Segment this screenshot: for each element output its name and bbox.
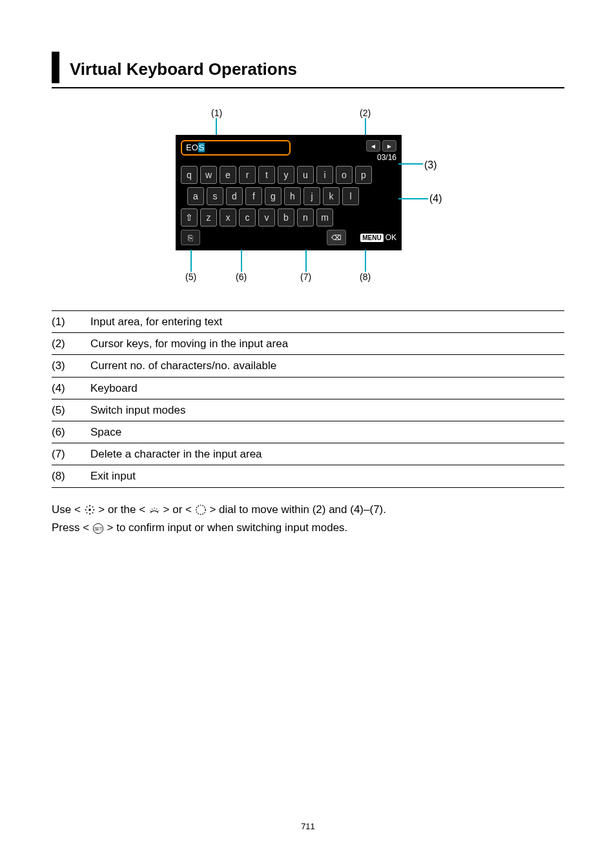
- table-row: (3)Current no. of characters/no. availab…: [52, 355, 564, 377]
- multi-controller-icon: [84, 504, 96, 516]
- keyboard-bottom-row: ⎘ ⌫ MENU OK: [181, 230, 396, 245]
- callout-6-leader: [241, 250, 242, 272]
- key-shift[interactable]: ⇧: [181, 208, 198, 227]
- key-u[interactable]: u: [297, 166, 314, 184]
- arrow-right-icon: ►: [386, 143, 393, 150]
- callout-7-leader: [305, 250, 307, 272]
- svg-point-4: [93, 509, 94, 510]
- svg-line-10: [152, 509, 152, 510]
- legend-text: Cursor keys, for moving in the input are…: [90, 333, 564, 355]
- svg-point-8: [92, 512, 93, 514]
- set-button-icon: SET: [92, 523, 104, 534]
- svg-point-2: [89, 513, 90, 514]
- key-y[interactable]: y: [278, 166, 294, 184]
- table-row: (2)Cursor keys, for moving in the input …: [52, 333, 564, 355]
- key-j[interactable]: j: [303, 187, 320, 205]
- key-f[interactable]: f: [245, 187, 262, 205]
- legend-num: (2): [52, 333, 90, 355]
- switch-mode-button[interactable]: ⎘: [181, 230, 200, 245]
- virtual-keyboard-diagram: (1) (2) EOS ◄ ► 03/16 q: [153, 108, 463, 295]
- key-e[interactable]: e: [220, 166, 236, 184]
- callout-8-leader: [365, 250, 366, 272]
- key-x[interactable]: x: [220, 208, 236, 227]
- callout-1-label: (1): [211, 108, 222, 118]
- svg-point-5: [86, 507, 87, 508]
- legend-num: (1): [52, 311, 90, 333]
- svg-point-1: [89, 505, 90, 507]
- quick-dial-icon: [195, 504, 207, 516]
- callout-6-label: (6): [236, 272, 247, 282]
- key-n[interactable]: n: [297, 208, 314, 227]
- ok-label: OK: [385, 233, 396, 242]
- key-l[interactable]: l: [342, 187, 359, 205]
- table-row: (6)Space: [52, 421, 564, 443]
- callout-3-leader: [398, 163, 423, 165]
- key-b[interactable]: b: [278, 208, 294, 227]
- legend-text: Delete a character in the input area: [90, 443, 564, 465]
- char-count: 03/16: [366, 153, 396, 162]
- key-o[interactable]: o: [336, 166, 353, 184]
- legend-text: Input area, for entering text: [90, 311, 564, 333]
- key-v[interactable]: v: [258, 208, 275, 227]
- main-dial-icon: [149, 504, 160, 516]
- key-d[interactable]: d: [226, 187, 243, 205]
- backspace-icon: ⌫: [331, 234, 342, 242]
- key-z[interactable]: z: [200, 208, 217, 227]
- legend-table: (1)Input area, for entering text (2)Curs…: [52, 310, 564, 488]
- legend-text: Current no. of characters/no. available: [90, 355, 564, 377]
- key-k[interactable]: k: [323, 187, 340, 205]
- callout-8-label: (8): [360, 272, 371, 282]
- callout-5-label: (5): [185, 272, 196, 282]
- legend-text: Exit input: [90, 465, 564, 487]
- legend-num: (8): [52, 465, 90, 487]
- legend-text: Switch input modes: [90, 399, 564, 421]
- svg-line-12: [156, 509, 157, 510]
- exit-input-control[interactable]: MENU OK: [360, 233, 396, 242]
- arrow-left-icon: ◄: [370, 143, 376, 150]
- diagram-wrapper: (1) (2) EOS ◄ ► 03/16 q: [52, 108, 564, 295]
- key-m[interactable]: m: [316, 208, 333, 227]
- callout-7-label: (7): [300, 272, 311, 282]
- key-h[interactable]: h: [284, 187, 301, 205]
- legend-text: Keyboard: [90, 377, 564, 399]
- svg-point-6: [92, 507, 93, 508]
- callout-2-leader: [365, 118, 366, 135]
- input-text: EO: [186, 143, 198, 152]
- svg-line-9: [150, 510, 151, 512]
- key-a[interactable]: a: [187, 187, 204, 205]
- key-i[interactable]: i: [316, 166, 333, 184]
- instruction-line-1: Use < > or the < > or < > dial to move w…: [52, 501, 564, 520]
- key-c[interactable]: c: [239, 208, 256, 227]
- page-title: Virtual Keyboard Operations: [70, 52, 297, 83]
- key-w[interactable]: w: [200, 166, 217, 184]
- key-r[interactable]: r: [239, 166, 256, 184]
- key-s[interactable]: s: [207, 187, 223, 205]
- cursor-left-button[interactable]: ◄: [366, 140, 380, 152]
- svg-point-3: [85, 509, 86, 510]
- keyboard-row-2: a s d f g h j k l: [181, 187, 396, 205]
- callout-5-leader: [190, 250, 192, 272]
- table-row: (4)Keyboard: [52, 377, 564, 399]
- keyboard-row-1: q w e r t y u i o p: [181, 166, 396, 184]
- svg-text:SET: SET: [94, 527, 102, 531]
- cursor-right-button[interactable]: ►: [382, 140, 396, 152]
- key-g[interactable]: g: [265, 187, 282, 205]
- legend-num: (6): [52, 421, 90, 443]
- key-q[interactable]: q: [181, 166, 198, 184]
- space-key[interactable]: [204, 230, 323, 245]
- page-number: 711: [52, 822, 564, 831]
- svg-line-13: [158, 510, 159, 512]
- instruction-line-2: Press < SET > to confirm input or when s…: [52, 519, 564, 538]
- callout-2-label: (2): [360, 108, 371, 118]
- text-input-field[interactable]: EOS: [181, 140, 291, 156]
- table-row: (7)Delete a character in the input area: [52, 443, 564, 465]
- table-row: (5)Switch input modes: [52, 399, 564, 421]
- legend-num: (5): [52, 399, 90, 421]
- delete-button[interactable]: ⌫: [327, 230, 346, 245]
- menu-label: MENU: [360, 234, 383, 242]
- svg-point-7: [86, 512, 87, 514]
- table-row: (1)Input area, for entering text: [52, 311, 564, 333]
- key-p[interactable]: p: [355, 166, 372, 184]
- key-t[interactable]: t: [258, 166, 275, 184]
- callout-1-leader: [216, 118, 217, 135]
